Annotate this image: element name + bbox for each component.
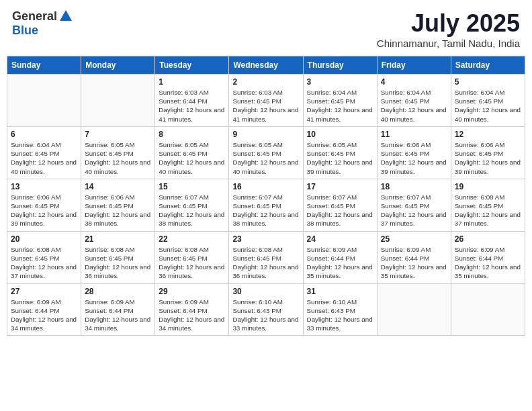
day-number: 11 [381,130,447,139]
day-number: 7 [85,130,151,139]
day-number: 22 [159,234,225,244]
calendar-cell: 11Sunrise: 6:06 AM Sunset: 6:45 PM Dayli… [377,126,451,179]
day-number: 23 [232,234,299,244]
day-info: Sunrise: 6:09 AM Sunset: 6:44 PM Dayligh… [85,298,151,333]
calendar-cell: 31Sunrise: 6:10 AM Sunset: 6:43 PM Dayli… [303,283,377,336]
day-number: 1 [159,77,225,87]
calendar-cell: 16Sunrise: 6:07 AM Sunset: 6:45 PM Dayli… [229,179,303,231]
calendar-week-row: 20Sunrise: 6:08 AM Sunset: 6:45 PM Dayli… [7,231,525,283]
calendar-cell: 15Sunrise: 6:07 AM Sunset: 6:45 PM Dayli… [155,179,229,231]
month-title: July 2025 [377,9,520,38]
day-number: 6 [11,130,77,139]
calendar-cell: 27Sunrise: 6:09 AM Sunset: 6:44 PM Dayli… [7,283,81,336]
calendar-cell: 4Sunrise: 6:04 AM Sunset: 6:45 PM Daylig… [377,75,451,127]
page-header: General Blue July 2025 Chinnamanur, Tami… [7,7,525,52]
day-info: Sunrise: 6:05 AM Sunset: 6:45 PM Dayligh… [232,140,299,176]
header-saturday: Saturday [451,56,525,75]
calendar-cell [451,283,525,336]
weekday-header-row: Sunday Monday Tuesday Wednesday Thursday… [7,56,525,75]
day-info: Sunrise: 6:05 AM Sunset: 6:45 PM Dayligh… [307,140,373,176]
day-info: Sunrise: 6:03 AM Sunset: 6:44 PM Dayligh… [159,88,225,124]
calendar-cell: 10Sunrise: 6:05 AM Sunset: 6:45 PM Dayli… [303,126,377,179]
day-number: 2 [232,77,299,87]
day-info: Sunrise: 6:06 AM Sunset: 6:45 PM Dayligh… [381,140,447,176]
day-info: Sunrise: 6:05 AM Sunset: 6:45 PM Dayligh… [85,140,151,176]
title-area: July 2025 Chinnamanur, Tamil Nadu, India [377,9,520,49]
calendar-cell: 22Sunrise: 6:08 AM Sunset: 6:45 PM Dayli… [155,231,229,283]
day-number: 3 [307,77,373,87]
day-number: 26 [455,234,521,244]
calendar-cell: 28Sunrise: 6:09 AM Sunset: 6:44 PM Dayli… [81,283,155,336]
logo-icon [58,9,73,24]
day-info: Sunrise: 6:09 AM Sunset: 6:44 PM Dayligh… [11,298,77,333]
calendar-table: Sunday Monday Tuesday Wednesday Thursday… [7,56,525,336]
day-number: 4 [381,77,447,87]
calendar-cell: 20Sunrise: 6:08 AM Sunset: 6:45 PM Dayli… [7,231,81,283]
calendar-week-row: 13Sunrise: 6:06 AM Sunset: 6:45 PM Dayli… [7,179,525,231]
day-info: Sunrise: 6:07 AM Sunset: 6:45 PM Dayligh… [307,193,373,228]
logo-general-text: General [12,9,57,24]
day-info: Sunrise: 6:10 AM Sunset: 6:43 PM Dayligh… [307,298,373,333]
day-info: Sunrise: 6:06 AM Sunset: 6:45 PM Dayligh… [455,140,521,176]
calendar-cell: 7Sunrise: 6:05 AM Sunset: 6:45 PM Daylig… [81,126,155,179]
logo-blue-text: Blue [12,24,38,37]
calendar-cell: 5Sunrise: 6:04 AM Sunset: 6:45 PM Daylig… [451,75,525,127]
calendar-cell: 17Sunrise: 6:07 AM Sunset: 6:45 PM Dayli… [303,179,377,231]
location: Chinnamanur, Tamil Nadu, India [377,38,520,49]
day-number: 9 [232,130,299,139]
day-number: 8 [159,130,225,139]
calendar-cell: 18Sunrise: 6:07 AM Sunset: 6:45 PM Dayli… [377,179,451,231]
header-wednesday: Wednesday [229,56,303,75]
calendar-cell: 6Sunrise: 6:04 AM Sunset: 6:45 PM Daylig… [7,126,81,179]
day-info: Sunrise: 6:04 AM Sunset: 6:45 PM Dayligh… [307,88,373,124]
day-number: 15 [159,182,225,191]
day-number: 17 [307,182,373,191]
header-sunday: Sunday [7,56,81,75]
day-number: 10 [307,130,373,139]
calendar-cell: 13Sunrise: 6:06 AM Sunset: 6:45 PM Dayli… [7,179,81,231]
day-info: Sunrise: 6:03 AM Sunset: 6:45 PM Dayligh… [232,88,299,124]
calendar-cell [81,75,155,127]
calendar-cell: 8Sunrise: 6:05 AM Sunset: 6:45 PM Daylig… [155,126,229,179]
day-info: Sunrise: 6:08 AM Sunset: 6:45 PM Dayligh… [85,245,151,281]
calendar-cell: 26Sunrise: 6:09 AM Sunset: 6:44 PM Dayli… [451,231,525,283]
header-monday: Monday [81,56,155,75]
day-info: Sunrise: 6:04 AM Sunset: 6:45 PM Dayligh… [11,140,77,176]
day-number: 25 [381,234,447,244]
day-number: 12 [455,130,521,139]
day-number: 24 [307,234,373,244]
calendar-cell [377,283,451,336]
calendar-cell: 19Sunrise: 6:08 AM Sunset: 6:45 PM Dayli… [451,179,525,231]
calendar-cell: 9Sunrise: 6:05 AM Sunset: 6:45 PM Daylig… [229,126,303,179]
day-info: Sunrise: 6:08 AM Sunset: 6:45 PM Dayligh… [11,245,77,281]
day-number: 13 [11,182,77,191]
day-info: Sunrise: 6:08 AM Sunset: 6:45 PM Dayligh… [232,245,299,281]
day-info: Sunrise: 6:07 AM Sunset: 6:45 PM Dayligh… [159,193,225,228]
header-tuesday: Tuesday [155,56,229,75]
day-info: Sunrise: 6:05 AM Sunset: 6:45 PM Dayligh… [159,140,225,176]
calendar-cell: 3Sunrise: 6:04 AM Sunset: 6:45 PM Daylig… [303,75,377,127]
calendar-week-row: 27Sunrise: 6:09 AM Sunset: 6:44 PM Dayli… [7,283,525,336]
day-number: 29 [159,287,225,296]
day-info: Sunrise: 6:08 AM Sunset: 6:45 PM Dayligh… [455,193,521,228]
header-friday: Friday [377,56,451,75]
day-info: Sunrise: 6:07 AM Sunset: 6:45 PM Dayligh… [232,193,299,228]
day-number: 16 [232,182,299,191]
calendar-cell: 12Sunrise: 6:06 AM Sunset: 6:45 PM Dayli… [451,126,525,179]
day-info: Sunrise: 6:04 AM Sunset: 6:45 PM Dayligh… [381,88,447,124]
day-info: Sunrise: 6:10 AM Sunset: 6:43 PM Dayligh… [232,298,299,333]
logo: General Blue [12,9,73,38]
day-info: Sunrise: 6:04 AM Sunset: 6:45 PM Dayligh… [455,88,521,124]
day-info: Sunrise: 6:09 AM Sunset: 6:44 PM Dayligh… [159,298,225,333]
day-number: 27 [11,287,77,296]
day-info: Sunrise: 6:08 AM Sunset: 6:45 PM Dayligh… [159,245,225,281]
day-number: 31 [307,287,373,296]
day-number: 18 [381,182,447,191]
svg-marker-0 [60,10,72,21]
day-info: Sunrise: 6:09 AM Sunset: 6:44 PM Dayligh… [455,245,521,281]
calendar-cell: 21Sunrise: 6:08 AM Sunset: 6:45 PM Dayli… [81,231,155,283]
calendar-cell: 24Sunrise: 6:09 AM Sunset: 6:44 PM Dayli… [303,231,377,283]
day-info: Sunrise: 6:09 AM Sunset: 6:44 PM Dayligh… [307,245,373,281]
calendar-cell: 1Sunrise: 6:03 AM Sunset: 6:44 PM Daylig… [155,75,229,127]
day-number: 5 [455,77,521,87]
